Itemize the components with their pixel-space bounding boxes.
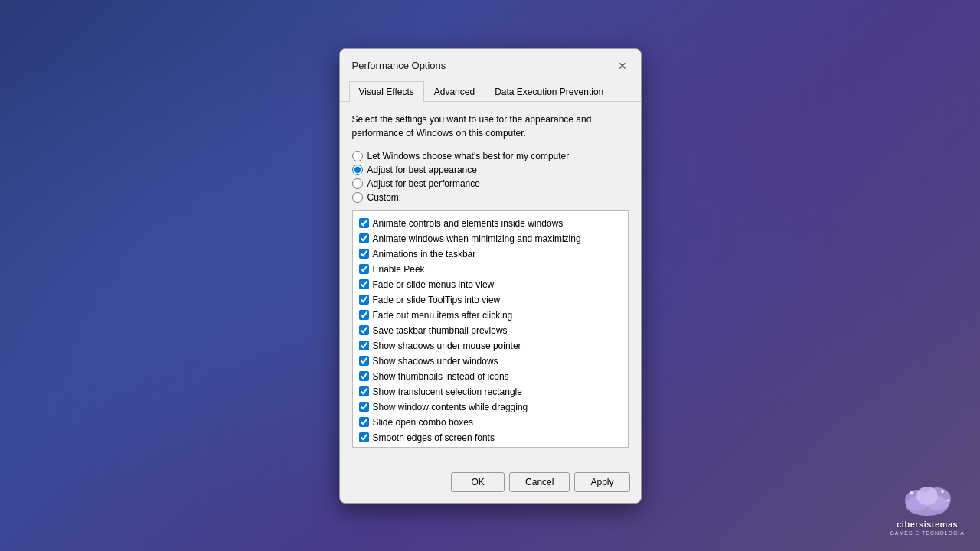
checkbox-enable-peek-label: Enable Peek [373,262,425,276]
dialog-title: Performance Options [352,60,446,71]
checkbox-list[interactable]: Animate controls and elements inside win… [352,210,629,448]
radio-group: Let Windows choose what's best for my co… [352,151,629,203]
checkbox-fade-slide-menus[interactable]: Fade or slide menus into view [356,277,625,292]
radio-auto-label: Let Windows choose what's best for my co… [368,151,570,161]
radio-custom[interactable]: Custom: [352,192,629,203]
description-text: Select the settings you want to use for … [352,112,629,140]
tab-dep[interactable]: Data Execution Prevention [485,81,613,102]
checkbox-smooth-scroll-label: Smooth-scroll list boxes [373,446,470,448]
tab-bar: Visual Effects Advanced Data Execution P… [340,81,641,102]
radio-best-appearance[interactable]: Adjust for best appearance [352,165,629,175]
checkbox-animations-taskbar[interactable]: Animations in the taskbar [356,246,625,262]
checkbox-fade-slide-tooltips[interactable]: Fade or slide ToolTips into view [356,292,625,308]
checkbox-enable-peek[interactable]: Enable Peek [356,262,625,277]
checkbox-fade-slide-menus-label: Fade or slide menus into view [373,278,495,292]
checkbox-animations-taskbar-label: Animations in the taskbar [373,247,476,261]
svg-point-5 [941,490,944,493]
radio-best-performance-label: Adjust for best performance [368,178,480,189]
checkbox-animate-windows[interactable]: Animate windows when minimizing and maxi… [356,231,625,246]
tab-visual-effects[interactable]: Visual Effects [349,81,424,102]
checkbox-show-shadows-windows-label: Show shadows under windows [373,354,498,368]
checkbox-show-window-contents[interactable]: Show window contents while dragging [356,399,625,415]
radio-best-performance[interactable]: Adjust for best performance [352,178,629,189]
watermark: cibersistemas GAMES E TECNOLOGÍA [890,484,965,536]
checkbox-save-taskbar-label: Save taskbar thumbnail previews [373,324,508,337]
watermark-logo-icon [900,484,954,518]
checkbox-show-shadows-pointer[interactable]: Show shadows under mouse pointer [356,338,625,354]
apply-button[interactable]: Apply [574,472,629,492]
radio-custom-input[interactable] [352,192,363,203]
svg-point-3 [916,487,938,505]
radio-best-appearance-label: Adjust for best appearance [368,165,477,175]
close-button[interactable]: ✕ [613,57,632,75]
checkbox-fade-slide-tooltips-label: Fade or slide ToolTips into view [373,293,501,307]
checkbox-slide-combo-label: Slide open combo boxes [373,416,473,429]
radio-best-appearance-input[interactable] [352,165,363,175]
svg-point-6 [947,500,949,502]
button-bar: OK Cancel Apply [340,465,641,503]
radio-auto[interactable]: Let Windows choose what's best for my co… [352,151,629,161]
checkbox-animate-controls[interactable]: Animate controls and elements inside win… [356,216,625,231]
tab-advanced[interactable]: Advanced [424,81,485,102]
radio-best-performance-input[interactable] [352,178,363,189]
svg-point-4 [910,491,914,495]
checkbox-show-window-contents-label: Show window contents while dragging [373,400,528,414]
checkbox-smooth-scroll[interactable]: Smooth-scroll list boxes [356,445,625,448]
checkbox-show-thumbnails[interactable]: Show thumbnails instead of icons [356,369,625,384]
cancel-button[interactable]: Cancel [509,472,570,492]
checkbox-show-shadows-pointer-label: Show shadows under mouse pointer [373,339,521,353]
checkbox-show-translucent[interactable]: Show translucent selection rectangle [356,384,625,399]
title-bar: Performance Options ✕ [340,49,641,81]
radio-custom-label: Custom: [368,192,402,203]
checkbox-animate-windows-label: Animate windows when minimizing and maxi… [373,232,581,246]
checkbox-smooth-edges-label: Smooth edges of screen fonts [373,431,495,445]
dialog-content: Select the settings you want to use for … [340,102,641,465]
checkbox-show-translucent-label: Show translucent selection rectangle [373,385,522,399]
watermark-name: cibersistemas [897,520,958,529]
checkbox-animate-controls-label: Animate controls and elements inside win… [373,217,564,230]
checkbox-show-shadows-windows[interactable]: Show shadows under windows [356,354,625,369]
radio-auto-input[interactable] [352,151,363,161]
watermark-subtext: GAMES E TECNOLOGÍA [890,530,965,536]
performance-options-dialog: Performance Options ✕ Visual Effects Adv… [339,48,642,504]
checkbox-save-taskbar[interactable]: Save taskbar thumbnail previews [356,323,625,338]
checkbox-fade-out-menu-label: Fade out menu items after clicking [373,308,513,322]
ok-button[interactable]: OK [451,472,505,492]
checkbox-fade-out-menu[interactable]: Fade out menu items after clicking [356,308,625,323]
checkbox-smooth-edges[interactable]: Smooth edges of screen fonts [356,430,625,445]
checkbox-slide-combo[interactable]: Slide open combo boxes [356,415,625,430]
checkbox-show-thumbnails-label: Show thumbnails instead of icons [373,370,509,383]
